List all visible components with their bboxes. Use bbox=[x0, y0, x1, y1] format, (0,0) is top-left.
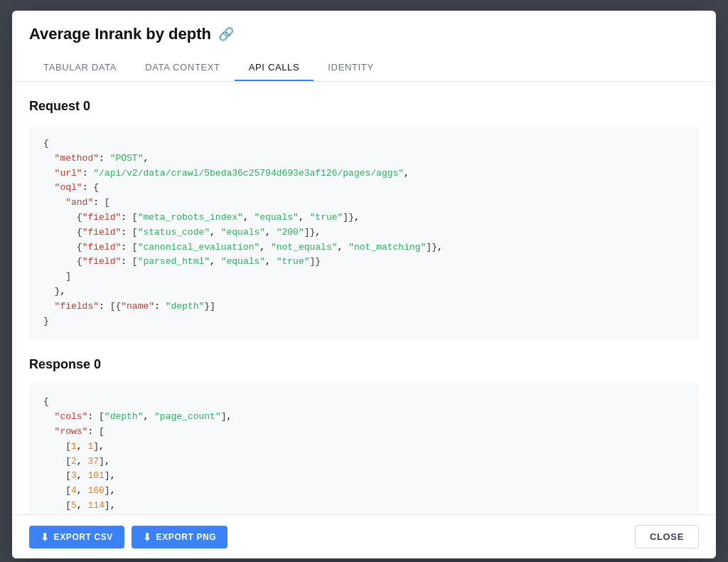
export-csv-button[interactable]: ⬇ EXPORT CSV bbox=[29, 526, 124, 548]
modal-title: Average Inrank by depth bbox=[29, 25, 211, 43]
close-button[interactable]: CLOSE bbox=[635, 525, 699, 548]
link-icon[interactable]: 🔗 bbox=[218, 26, 234, 42]
export-png-button[interactable]: ⬇ EXPORT PNG bbox=[132, 526, 228, 548]
export-png-label: EXPORT PNG bbox=[156, 532, 217, 542]
export-csv-label: EXPORT CSV bbox=[54, 532, 113, 542]
tab-tabular-data[interactable]: TABULAR DATA bbox=[29, 55, 131, 81]
modal-overlay: Average Inrank by depth 🔗 TABULAR DATA D… bbox=[0, 0, 728, 562]
response-section-title: Response 0 bbox=[29, 357, 699, 372]
modal-body: Request 0 { "method": "POST", "url": "/a… bbox=[12, 82, 716, 514]
request-section-title: Request 0 bbox=[29, 99, 699, 114]
modal-dialog: Average Inrank by depth 🔗 TABULAR DATA D… bbox=[12, 11, 716, 558]
footer-left-buttons: ⬇ EXPORT CSV ⬇ EXPORT PNG bbox=[29, 526, 228, 548]
tab-bar: TABULAR DATA DATA CONTEXT API CALLS IDEN… bbox=[29, 55, 699, 81]
download-png-icon: ⬇ bbox=[143, 531, 152, 543]
modal-footer: ⬇ EXPORT CSV ⬇ EXPORT PNG CLOSE bbox=[12, 514, 716, 558]
tab-identity[interactable]: IDENTITY bbox=[314, 55, 387, 81]
tab-api-calls[interactable]: API CALLS bbox=[235, 55, 314, 81]
modal-header: Average Inrank by depth 🔗 TABULAR DATA D… bbox=[12, 11, 716, 82]
tab-data-context[interactable]: DATA CONTEXT bbox=[131, 55, 235, 81]
request-code-block: { "method": "POST", "url": "/api/v2/data… bbox=[29, 125, 699, 340]
response-code-block: { "cols": ["depth", "page_count"], "rows… bbox=[29, 383, 699, 514]
title-row: Average Inrank by depth 🔗 bbox=[29, 25, 699, 43]
download-csv-icon: ⬇ bbox=[41, 531, 50, 543]
